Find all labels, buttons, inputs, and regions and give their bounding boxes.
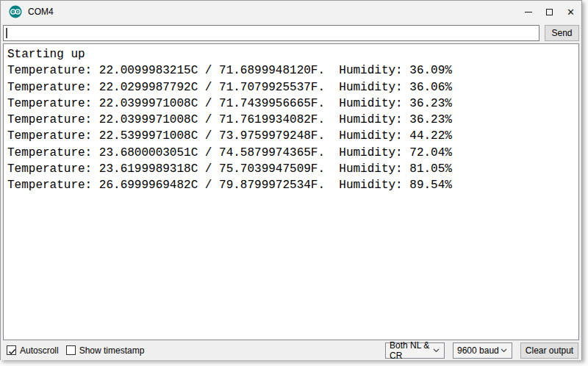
send-button[interactable]: Send <box>545 25 579 41</box>
line-ending-value: Both NL & CR <box>390 340 433 361</box>
minimize-icon <box>525 12 532 12</box>
output-line: Temperature: 22.0099983215C / 71.6899948… <box>7 62 578 79</box>
serial-output[interactable]: Starting upTemperature: 22.0099983215C /… <box>3 43 579 340</box>
chevron-down-icon <box>501 348 507 353</box>
autoscroll-label: Autoscroll <box>20 345 59 356</box>
send-toolbar: Send <box>1 23 581 43</box>
statusbar-right-cluster: Both NL & CR 9600 baud Clear output <box>385 342 578 359</box>
output-line: Temperature: 23.6800003051C / 74.5879974… <box>7 145 578 161</box>
serial-monitor-window: COM4 ✕ Send Starting upTemperature: 22.0… <box>0 0 582 360</box>
checkmark-icon <box>7 347 17 356</box>
autoscroll-checkbox-group[interactable]: Autoscroll <box>7 345 59 356</box>
maximize-button[interactable] <box>539 1 560 23</box>
timestamp-checkbox-group[interactable]: Show timestamp <box>66 345 145 356</box>
arduino-icon <box>9 5 22 18</box>
serial-input[interactable] <box>3 25 539 41</box>
close-icon: ✕ <box>567 7 575 17</box>
window-controls: ✕ <box>517 1 581 23</box>
maximize-icon <box>546 9 553 15</box>
statusbar: Autoscroll Show timestamp Both NL & CR 9… <box>1 340 581 360</box>
serial-input-wrap <box>3 25 539 41</box>
close-button[interactable]: ✕ <box>560 1 581 23</box>
chevron-down-icon <box>433 348 440 353</box>
baud-rate-value: 9600 baud <box>457 345 499 356</box>
window-title: COM4 <box>28 7 54 17</box>
output-line: Temperature: 22.0399971008C / 71.7619934… <box>7 112 578 128</box>
clear-output-button[interactable]: Clear output <box>520 342 578 359</box>
output-line: Temperature: 23.6199989318C / 75.7039947… <box>7 161 578 177</box>
line-ending-select[interactable]: Both NL & CR <box>385 342 445 359</box>
output-line: Temperature: 22.0399971008C / 71.7439956… <box>7 96 578 112</box>
output-line: Temperature: 22.0299987792C / 71.7079925… <box>7 79 578 96</box>
minimize-button[interactable] <box>517 1 539 23</box>
autoscroll-checkbox[interactable] <box>7 345 16 355</box>
output-line: Temperature: 26.6999969482C / 79.8799972… <box>7 177 578 193</box>
text-caret <box>6 28 7 38</box>
titlebar[interactable]: COM4 ✕ <box>1 1 581 23</box>
timestamp-label: Show timestamp <box>79 345 145 356</box>
output-line: Starting up <box>7 46 578 62</box>
baud-rate-select[interactable]: 9600 baud <box>453 342 512 359</box>
output-line: Temperature: 22.5399971008C / 73.9759979… <box>7 128 578 144</box>
timestamp-checkbox[interactable] <box>66 345 76 355</box>
